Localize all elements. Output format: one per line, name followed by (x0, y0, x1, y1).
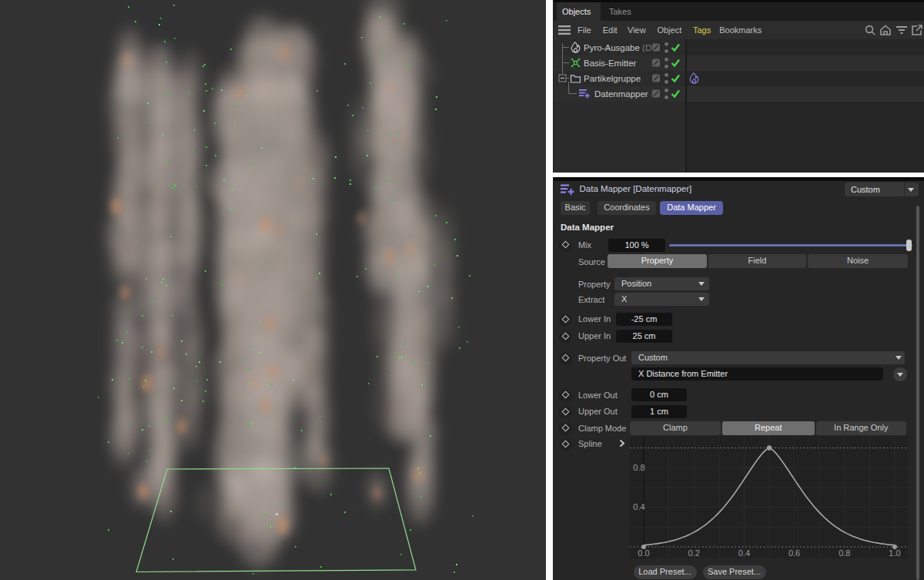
svg-text:0.2: 0.2 (688, 548, 700, 558)
svg-text:0.6: 0.6 (788, 548, 800, 558)
svg-text:0.4: 0.4 (633, 502, 644, 511)
svg-text:0.8: 0.8 (633, 463, 644, 472)
svg-text:1.0: 1.0 (889, 548, 900, 558)
svg-text:0.4: 0.4 (738, 548, 750, 558)
svg-text:0.0: 0.0 (638, 548, 649, 558)
svg-text:0.8: 0.8 (839, 548, 850, 558)
